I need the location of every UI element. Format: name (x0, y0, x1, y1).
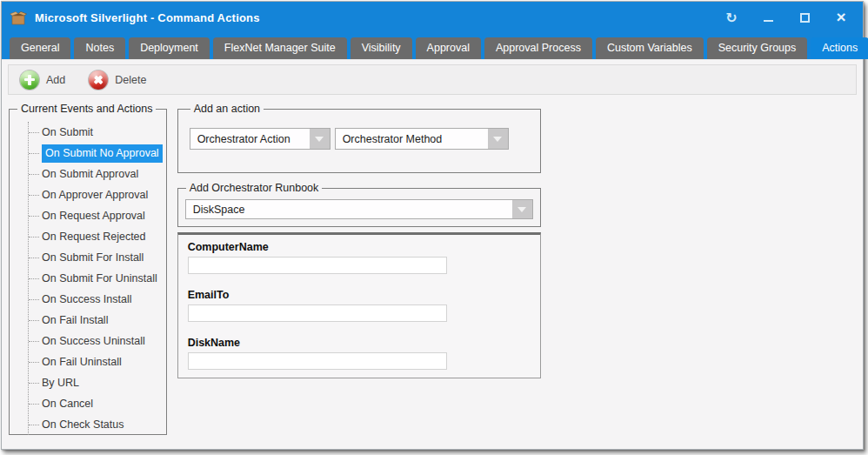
add-icon (20, 70, 39, 90)
tree-item-label: On Submit No Approval (42, 144, 163, 163)
tab-bar: General Notes Deployment FlexNet Manager… (2, 34, 863, 59)
screen: Microsoft Silverlight - Command Actions … (0, 0, 868, 455)
tree-item-label: On Success Install (42, 293, 132, 305)
package-icon (10, 10, 27, 25)
runbook-parameters-panel: ComputerName EmailTo DiskName (177, 232, 541, 378)
content-area: Add Delete Current Events and Actions On… (2, 59, 863, 449)
window-controls: ↻ × (724, 10, 854, 26)
add-button[interactable]: Add (20, 70, 65, 90)
tree-item[interactable]: On Request Approval (29, 205, 163, 226)
toolbar: Add Delete (8, 64, 857, 95)
tree-item-label: On Approver Approval (42, 189, 148, 201)
tree-item[interactable]: On Fail Uninstall (29, 351, 163, 372)
tree-item-label: On Submit Approval (42, 168, 138, 180)
parameter-field: ComputerName (188, 241, 531, 274)
tree-item[interactable]: On Cancel (29, 393, 163, 414)
tab[interactable]: Notes (74, 37, 125, 59)
chevron-down-icon (315, 137, 324, 142)
tree-item-label: On Check Status (42, 418, 124, 431)
tree-item-label: On Fail Uninstall (42, 356, 122, 368)
tab[interactable]: Visibility (351, 37, 412, 59)
tree-item[interactable]: On Request Rejected (29, 226, 163, 247)
tab[interactable]: Security Groups (707, 37, 808, 59)
app-window: Microsoft Silverlight - Command Actions … (1, 1, 864, 450)
main-area: Current Events and Actions On Submit On … (2, 95, 863, 435)
delete-icon (89, 70, 108, 90)
tree-item-label: On Submit For Install (42, 251, 144, 264)
runbook-dropdown-value: DiskSpace (186, 200, 512, 218)
tab[interactable]: Actions (811, 37, 868, 59)
tree-item[interactable]: On Success Install (29, 289, 163, 310)
tree-item-label: By URL (42, 377, 79, 389)
tab[interactable]: Deployment (129, 37, 210, 59)
tree-item[interactable]: On Submit (29, 122, 163, 143)
window-title: Microsoft Silverlight - Command Actions (35, 11, 260, 24)
right-panel: Add an action Orchestrator Action Orches… (177, 103, 541, 435)
add-action-group-title: Add an action (190, 103, 264, 115)
delete-button[interactable]: Delete (89, 70, 146, 90)
tree-item[interactable]: By URL (29, 372, 163, 393)
tree-item-label: On Request Approval (42, 210, 145, 222)
runbook-group-box: Add Orchestrator Runbook DiskSpace (177, 182, 541, 227)
tree-item[interactable]: On Success Uninstall (29, 331, 163, 351)
parameter-field: EmailTo (188, 289, 531, 322)
dropdown-arrow-button[interactable] (488, 129, 508, 149)
orchestrator-action-dropdown[interactable]: Orchestrator Action (190, 128, 331, 150)
orchestrator-method-dropdown[interactable]: Orchestrator Method (335, 128, 509, 150)
tab[interactable]: Approval Process (484, 37, 592, 59)
parameter-input[interactable] (188, 257, 447, 274)
tree-item[interactable]: On Approver Approval (29, 184, 163, 205)
add-action-group-box: Add an action Orchestrator Action Orches… (177, 103, 541, 173)
dropdown-arrow-button[interactable] (512, 200, 532, 218)
tree-item[interactable]: On Submit Approval (29, 164, 163, 184)
tree-item-label: On Submit (42, 126, 93, 138)
parameter-label: EmailTo (188, 289, 531, 301)
parameter-input[interactable] (188, 352, 447, 370)
events-tree: On Submit On Submit No Approval On Submi… (28, 122, 163, 435)
tree-item-label: On Request Rejected (42, 231, 146, 243)
tree-item-label: On Submit For Uninstall (42, 272, 157, 284)
tree-item-label: On Cancel (42, 398, 93, 410)
add-button-label: Add (46, 74, 65, 86)
refresh-icon: ↻ (725, 11, 737, 25)
tree-item[interactable]: On Check Status (29, 414, 163, 435)
tab[interactable]: General (10, 37, 70, 59)
orchestrator-method-value: Orchestrator Method (336, 129, 488, 149)
titlebar: Microsoft Silverlight - Command Actions … (2, 2, 863, 34)
tree-item-label: On Success Uninstall (42, 335, 145, 347)
minimize-icon (764, 20, 773, 22)
tree-item[interactable]: On Fail Install (29, 310, 163, 331)
parameter-input[interactable] (188, 304, 447, 322)
close-button[interactable]: × (833, 10, 849, 26)
parameter-label: DiskName (188, 337, 531, 349)
events-group-box: Current Events and Actions On Submit On … (9, 103, 167, 435)
tab[interactable]: Approval (416, 37, 481, 59)
tree-item[interactable]: On Submit No Approval (29, 143, 163, 164)
close-icon: × (836, 9, 845, 25)
refresh-button[interactable]: ↻ (724, 10, 739, 26)
tree-item[interactable]: On Submit For Install (29, 247, 163, 268)
action-combo-row: Orchestrator Action Orchestrator Method (190, 128, 530, 150)
chevron-down-icon (517, 207, 526, 212)
orchestrator-action-value: Orchestrator Action (190, 129, 310, 149)
tab[interactable]: Custom Variables (596, 37, 704, 59)
maximize-icon (800, 13, 810, 23)
runbook-dropdown[interactable]: DiskSpace (185, 199, 533, 219)
dropdown-arrow-button[interactable] (310, 129, 330, 149)
parameter-label: ComputerName (188, 241, 531, 253)
tree-item[interactable]: On Submit For Uninstall (29, 268, 163, 289)
minimize-button[interactable] (760, 10, 776, 26)
parameter-field: DiskName (188, 337, 531, 370)
maximize-button[interactable] (797, 10, 812, 26)
chevron-down-icon (493, 137, 502, 142)
tree-item-label: On Fail Install (42, 314, 108, 326)
delete-button-label: Delete (115, 74, 146, 86)
runbook-group-title: Add Orchestrator Runbook (186, 182, 323, 194)
events-group-title: Current Events and Actions (17, 103, 156, 115)
tab[interactable]: FlexNet Manager Suite (213, 37, 347, 59)
